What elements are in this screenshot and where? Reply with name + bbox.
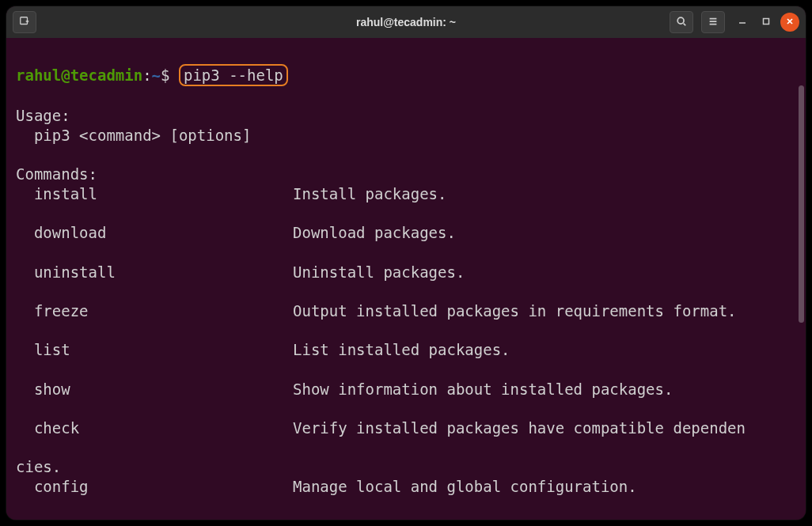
titlebar: rahul@tecadmin: ~: [6, 6, 806, 38]
terminal-content[interactable]: rahul@tecadmin:~$ pip3 --help Usage: pip…: [6, 38, 806, 520]
titlebar-right: [670, 11, 799, 33]
cmd-desc: Download packages.: [293, 223, 456, 243]
new-tab-button[interactable]: [13, 11, 36, 33]
svg-line-4: [684, 23, 686, 25]
cmd-row: uninstallUninstall packages.: [16, 263, 796, 282]
usage-header: Usage:: [16, 107, 70, 124]
close-button[interactable]: [780, 13, 799, 32]
cmd-name: search: [16, 517, 293, 520]
usage-line: pip3 <command> [options]: [16, 127, 251, 144]
check-wrap: cies.: [16, 458, 61, 475]
menu-button[interactable]: [701, 11, 725, 33]
cmd-name: freeze: [16, 301, 293, 321]
scrollbar[interactable]: [799, 85, 804, 323]
prompt-colon: :: [142, 66, 151, 84]
cmd-row: checkVerify installed packages have comp…: [16, 418, 796, 438]
cmd-row: searchSearch PyPI for packages.: [16, 517, 796, 520]
cmd-desc: Show information about installed package…: [293, 380, 673, 399]
titlebar-left: [13, 11, 40, 33]
cmd-desc: Install packages.: [293, 184, 446, 204]
minimize-button[interactable]: [733, 13, 752, 32]
cmd-name: list: [16, 340, 293, 360]
cmd-name: show: [16, 380, 293, 399]
cmd-row: downloadDownload packages.: [16, 223, 796, 243]
maximize-icon: [762, 17, 770, 28]
window-title: rahul@tecadmin: ~: [356, 16, 456, 28]
cmd-row: showShow information about installed pac…: [16, 380, 796, 399]
cmd-row: configManage local and global configurat…: [16, 477, 796, 497]
cmd-name: check: [16, 418, 293, 438]
maximize-button[interactable]: [757, 13, 776, 32]
cmd-name: config: [16, 477, 293, 497]
cmd-row: installInstall packages.: [16, 184, 796, 204]
cmd-desc: Verify installed packages have compatibl…: [293, 418, 746, 438]
svg-rect-9: [764, 18, 769, 24]
prompt-path: ~: [152, 66, 161, 84]
search-icon: [676, 16, 687, 29]
close-icon: [786, 17, 794, 28]
cmd-row: freezeOutput installed packages in requi…: [16, 301, 796, 321]
commands-header: Commands:: [16, 165, 97, 183]
command-highlight: pip3 --help: [179, 64, 288, 87]
hamburger-icon: [708, 16, 719, 29]
cmd-desc: List installed packages.: [293, 340, 510, 360]
cmd-desc: Output installed packages in requirement…: [293, 301, 737, 321]
search-button[interactable]: [670, 11, 693, 33]
cmd-desc: Search PyPI for packages.: [293, 517, 519, 520]
cmd-name: uninstall: [16, 263, 293, 282]
svg-point-3: [677, 17, 684, 24]
cmd-row: listList installed packages.: [16, 340, 796, 360]
new-tab-icon: [19, 16, 30, 29]
prompt-user-host: rahul@tecadmin: [16, 66, 142, 84]
cmd-name: download: [16, 223, 293, 243]
svg-rect-0: [21, 17, 28, 24]
prompt-symbol: $: [161, 66, 169, 84]
cmd-desc: Manage local and global configuration.: [293, 477, 637, 497]
cmd-desc: Uninstall packages.: [293, 263, 465, 282]
cmd-name: install: [16, 184, 293, 204]
minimize-icon: [738, 17, 746, 28]
terminal-window: rahul@tecadmin: ~: [6, 6, 806, 520]
